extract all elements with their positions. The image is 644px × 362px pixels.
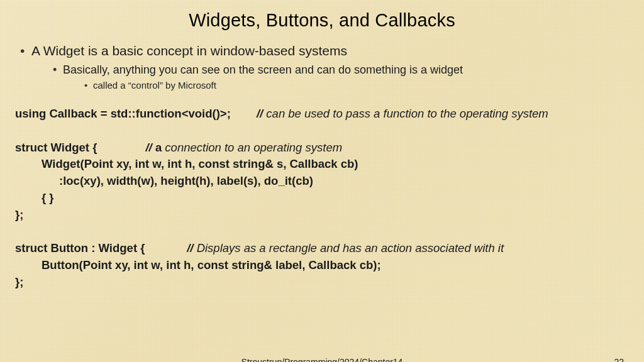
code-widget-close: }; (15, 208, 23, 221)
footer-source: Stroustrup/Programming/2024/Chapter14 (242, 357, 403, 362)
bullet-l1: A Widget is a basic concept in window-ba… (20, 42, 629, 92)
code-comment-text: connection to an operating system (165, 141, 342, 154)
slide: Widgets, Buttons, and Callbacks A Widget… (0, 0, 644, 362)
code-widget-init: :loc(xy), width(w), height(h), label(s),… (15, 173, 313, 190)
code-struct-button: struct Button : Widget { (15, 241, 145, 255)
code-comment-slash: // (257, 107, 266, 120)
page-number: 22 (614, 357, 624, 362)
code-block: using Callback = std::function<void()>; … (15, 106, 629, 291)
code-comment-slash: // (145, 141, 155, 154)
bullet-l1-text: A Widget is a basic concept in window-ba… (31, 43, 347, 58)
code-using-callback: using Callback = std::function<void()>; (15, 107, 231, 120)
code-comment-text: can be used to pass a function to the op… (266, 107, 548, 120)
code-struct-widget: struct Widget { (15, 141, 97, 154)
code-widget-ctor: Widget(Point xy, int w, int h, const str… (15, 156, 358, 173)
bullet-list-level1: A Widget is a basic concept in window-ba… (15, 42, 629, 92)
code-button-close: }; (15, 275, 23, 288)
bullet-l3-text: called a “control” by Microsoft (93, 80, 216, 90)
code-button-ctor: Button(Point xy, int w, int h, const str… (15, 257, 381, 274)
bullet-list-level2: Basically, anything you can see on the s… (31, 62, 629, 92)
bullet-list-level3: called a “control” by Microsoft (63, 79, 629, 92)
code-gap (97, 141, 145, 154)
code-comment-text: Displays as a rectangle and has an actio… (197, 241, 504, 255)
slide-title: Widgets, Buttons, and Callbacks (15, 10, 629, 31)
bullet-l3: called a “control” by Microsoft (84, 79, 629, 92)
code-comment-slash: // (187, 241, 196, 255)
code-widget-body: { } (15, 190, 54, 207)
bullet-l2: Basically, anything you can see on the s… (53, 62, 629, 92)
code-gap (145, 241, 187, 255)
code-gap (231, 107, 257, 120)
code-comment-bold: a (155, 141, 165, 154)
bullet-l2-text: Basically, anything you can see on the s… (63, 63, 463, 76)
